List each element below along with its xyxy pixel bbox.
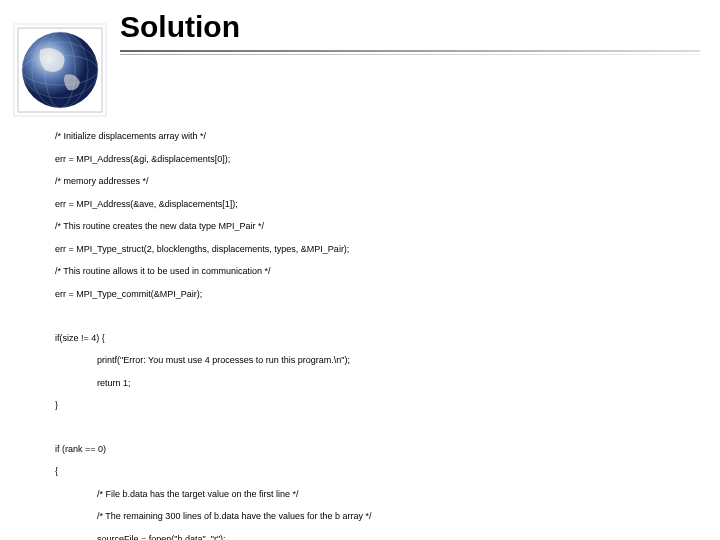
code-line: /* memory addresses */ bbox=[55, 176, 700, 187]
page-title: Solution bbox=[120, 10, 700, 48]
code-line: err = MPI_Address(&ave, &displacements[1… bbox=[55, 199, 700, 210]
code-line: if(size != 4) { bbox=[55, 333, 700, 344]
code-line: /* This routine allows it to be used in … bbox=[55, 266, 700, 277]
code-line: return 1; bbox=[55, 378, 700, 389]
code-line: /* File b.data has the target value on t… bbox=[55, 489, 700, 500]
code-line: printf("Error: You must use 4 processes … bbox=[55, 355, 700, 366]
title-divider bbox=[120, 50, 700, 52]
code-line: err = MPI_Type_commit(&MPI_Pair); bbox=[55, 289, 700, 300]
code-line: sourceFile = fopen("b.data", "r"); bbox=[55, 534, 700, 540]
code-line: /* This routine creates the new data typ… bbox=[55, 221, 700, 232]
globe-icon bbox=[10, 20, 110, 120]
code-line: if (rank == 0) bbox=[55, 444, 700, 455]
svg-point-0 bbox=[22, 32, 98, 108]
code-line: { bbox=[55, 466, 700, 477]
code-line: /* Initialize displacements array with *… bbox=[55, 131, 700, 142]
code-line: } bbox=[55, 400, 700, 411]
code-line: /* The remaining 300 lines of b.data hav… bbox=[55, 511, 700, 522]
code-line: err = MPI_Address(&gi, &displacements[0]… bbox=[55, 154, 700, 165]
code-line: err = MPI_Type_struct(2, blocklengths, d… bbox=[55, 244, 700, 255]
code-block: /* Initialize displacements array with *… bbox=[55, 120, 700, 540]
title-divider-2 bbox=[120, 54, 700, 55]
